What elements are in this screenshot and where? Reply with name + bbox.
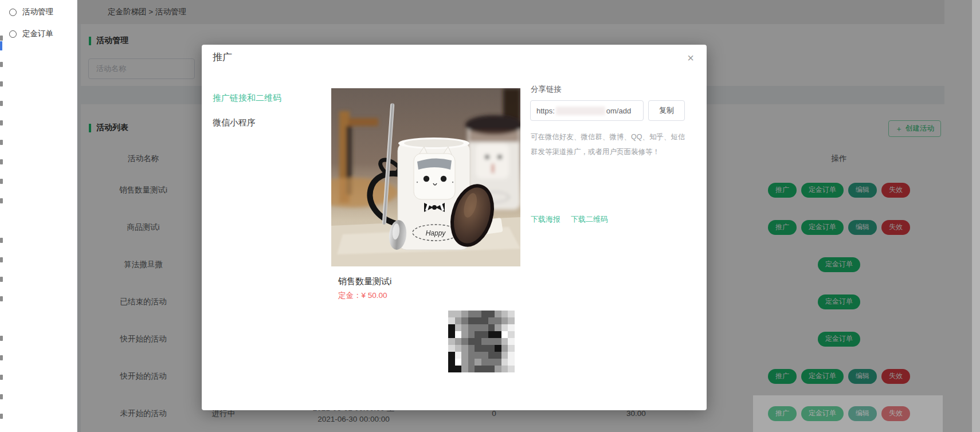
product-photo: Happy (331, 88, 520, 266)
sidebar: 活动管理定金订单 (5, 0, 77, 432)
collapsed-menu-fragment (0, 62, 3, 67)
radio-circle-icon (9, 30, 17, 38)
sidebar-item-label: 定金订单 (22, 29, 53, 39)
download-links: 下载海报 下载二维码 (531, 214, 608, 225)
collapsed-menu-fragment (0, 198, 3, 203)
collapsed-menu-fragment (0, 120, 3, 125)
collapsed-menu-fragment (0, 355, 3, 360)
link-suffix: om/add (606, 107, 631, 115)
close-icon[interactable]: × (687, 52, 694, 64)
collapsed-menu-fragment (0, 179, 3, 184)
svg-text:Happy: Happy (426, 229, 446, 237)
qr-code (448, 311, 515, 372)
collapsed-menu-fragment (0, 101, 3, 106)
sidebar-item-deposit-orders[interactable]: 定金订单 (5, 25, 77, 42)
collapsed-menu-fragment (0, 414, 3, 419)
collapsed-menu-strip[interactable] (0, 0, 5, 432)
collapsed-menu-fragment (0, 394, 3, 399)
scrollbar[interactable] (972, 0, 980, 432)
collapsed-active-indicator (0, 41, 2, 50)
collapsed-menu-fragment (0, 336, 3, 341)
collapsed-menu-fragment (0, 140, 3, 145)
share-link-input[interactable]: https: om/add (530, 100, 644, 121)
link-redacted-blur (556, 107, 605, 115)
radio-circle-icon (9, 9, 17, 16)
collapsed-menu-fragment (0, 81, 3, 87)
collapsed-menu-fragment (0, 238, 3, 243)
collapsed-menu-fragment (0, 375, 3, 380)
download-qrcode-link[interactable]: 下载二维码 (571, 214, 608, 225)
deposit-price: ¥ 50.00 (362, 291, 387, 300)
sidebar-item-activity-mgmt[interactable]: 活动管理 (5, 3, 77, 21)
collapsed-menu-fragment (0, 159, 3, 164)
collapsed-menu-fragment (0, 257, 3, 262)
modal-nav-link-and-qrcode[interactable]: 推广链接和二维码 (213, 93, 281, 104)
modal-nav-wechat-miniprogram[interactable]: 微信小程序 (213, 117, 256, 128)
row-hover-highlight (753, 395, 943, 432)
product-deposit-price: 定金：¥ 50.00 (338, 290, 387, 301)
deposit-label: 定金： (338, 291, 362, 300)
modal-title: 推广 (213, 50, 232, 64)
collapsed-menu-fragment (0, 277, 3, 282)
sidebar-item-label: 活动管理 (22, 7, 53, 17)
link-prefix: https: (536, 107, 555, 115)
copy-button[interactable]: 复制 (648, 100, 685, 121)
collapsed-menu-fragment (0, 36, 3, 41)
app-screen: 活动管理定金订单 定金阶梯团 > 活动管理 活动管理 活动名称 活动列表 ＋ 创… (0, 0, 980, 432)
share-link-label: 分享链接 (531, 84, 562, 95)
collapsed-menu-fragment (0, 296, 3, 301)
promotion-modal: 推广 × 推广链接和二维码微信小程序 (202, 45, 707, 410)
share-tip-text: 可在微信好友、微信群、微博、QQ、知乎、短信群发等渠道推广，或者用户页面装修等！ (531, 129, 687, 159)
product-name: 销售数量测试i (338, 276, 391, 287)
download-poster-link[interactable]: 下载海报 (531, 214, 560, 225)
